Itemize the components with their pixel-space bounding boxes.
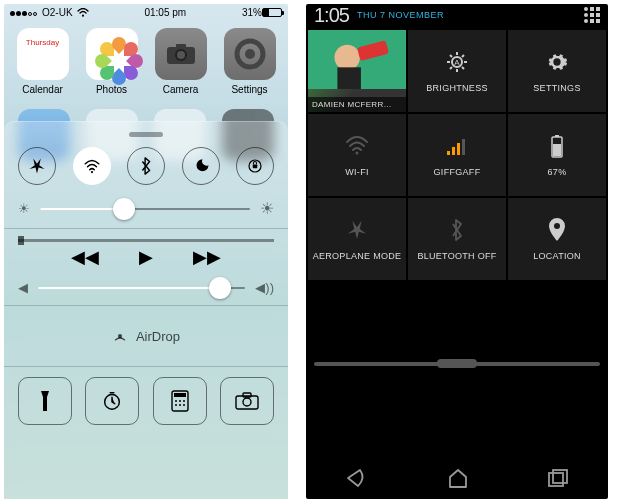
app-settings[interactable]: Settings xyxy=(222,28,278,95)
tile-location[interactable]: LOCATION xyxy=(508,198,606,280)
control-center: ☀︎ ☀︎ ◀◀ ▶ ▶▶ ◀ ◀)) AirDrop xyxy=(4,121,288,499)
airplane-toggle[interactable] xyxy=(18,147,56,185)
android-status-bar: 1:05 THU 7 NOVEMBER xyxy=(306,4,608,26)
bluetooth-toggle[interactable] xyxy=(127,147,165,185)
home-row: Thursday7 Calendar Photos Camera xyxy=(4,20,288,109)
tile-label: BRIGHTNESS xyxy=(426,83,488,93)
svg-rect-25 xyxy=(337,67,361,89)
brightness-high-icon: ☀︎ xyxy=(260,199,274,218)
photos-icon xyxy=(86,28,138,80)
app-photos[interactable]: Photos xyxy=(84,28,140,95)
slider-track[interactable] xyxy=(40,208,250,210)
carrier-label: O2-UK xyxy=(42,7,73,18)
divider xyxy=(4,305,288,306)
tile-label: SETTINGS xyxy=(533,83,580,93)
svg-rect-31 xyxy=(452,147,455,155)
app-label: Photos xyxy=(96,84,127,95)
tile-brightness[interactable]: ABRIGHTNESS xyxy=(408,30,506,112)
brightness-low-icon: ☀︎ xyxy=(18,201,30,216)
tile-label: LOCATION xyxy=(533,251,581,261)
flashlight-button[interactable] xyxy=(18,377,72,425)
wifi-status-icon xyxy=(77,8,89,17)
svg-point-17 xyxy=(175,404,177,406)
app-label: Calendar xyxy=(22,84,63,95)
svg-point-24 xyxy=(334,45,359,70)
svg-point-15 xyxy=(179,400,181,402)
ios-screenshot: O2-UK 01:05 pm 31% Thursday7 Calendar xyxy=(4,4,288,499)
svg-point-16 xyxy=(183,400,185,402)
svg-rect-32 xyxy=(457,143,460,155)
slider-track[interactable] xyxy=(38,287,245,289)
svg-point-18 xyxy=(179,404,181,406)
quick-settings-grid: DAMIEN MCFERR… ABRIGHTNESS SETTINGS WI-F… xyxy=(306,26,608,282)
svg-rect-21 xyxy=(243,393,251,397)
calendar-daynum: 7 xyxy=(36,47,49,71)
svg-rect-13 xyxy=(174,393,186,397)
tile-settings[interactable]: SETTINGS xyxy=(508,30,606,112)
divider xyxy=(4,366,288,367)
forward-button[interactable]: ▶▶ xyxy=(193,246,221,268)
tile-label: DAMIEN MCFERR… xyxy=(308,97,406,112)
back-button[interactable] xyxy=(346,468,368,488)
panel-drag-handle[interactable] xyxy=(314,362,600,366)
svg-point-29 xyxy=(356,152,359,155)
quick-settings-toggle-icon[interactable] xyxy=(584,7,600,23)
tile-battery[interactable]: 67% xyxy=(508,114,606,196)
app-label: Camera xyxy=(163,84,199,95)
clock-label: 1:05 xyxy=(314,4,349,27)
utility-row xyxy=(18,377,274,425)
volume-slider[interactable]: ◀ ◀)) xyxy=(18,280,274,295)
svg-point-4 xyxy=(177,51,185,59)
settings-icon xyxy=(224,28,276,80)
tile-airplane[interactable]: AEROPLANE MODE xyxy=(308,198,406,280)
svg-point-22 xyxy=(243,398,251,406)
svg-rect-38 xyxy=(553,470,567,483)
svg-rect-35 xyxy=(555,135,559,137)
app-camera[interactable]: Camera xyxy=(153,28,209,95)
date-label: THU 7 NOVEMBER xyxy=(357,10,444,20)
tile-wifi[interactable]: WI-FI xyxy=(308,114,406,196)
tile-bluetooth[interactable]: BLUETOOTH OFF xyxy=(408,198,506,280)
camera-button[interactable] xyxy=(220,377,274,425)
rotation-lock-toggle[interactable] xyxy=(236,147,274,185)
location-icon xyxy=(548,217,566,243)
camera-icon xyxy=(155,28,207,80)
home-button[interactable] xyxy=(447,468,469,488)
grabber-handle[interactable] xyxy=(129,132,163,137)
dnd-toggle[interactable] xyxy=(182,147,220,185)
airdrop-label: AirDrop xyxy=(136,329,180,344)
svg-rect-36 xyxy=(553,144,561,156)
ios-status-bar: O2-UK 01:05 pm 31% xyxy=(4,4,288,20)
timer-button[interactable] xyxy=(85,377,139,425)
tile-signal[interactable]: GIFFGAFF xyxy=(408,114,506,196)
tile-label: BLUETOOTH OFF xyxy=(417,251,496,261)
svg-point-6 xyxy=(245,49,255,59)
battery-icon xyxy=(550,133,564,159)
clock-label: 01:05 pm xyxy=(89,7,242,18)
media-controls: ◀◀ ▶ ▶▶ xyxy=(18,246,274,268)
signal-icon xyxy=(446,133,468,159)
toggle-row xyxy=(18,147,274,185)
svg-rect-2 xyxy=(176,44,186,49)
svg-rect-9 xyxy=(253,165,258,169)
wifi-toggle[interactable] xyxy=(73,147,111,185)
tile-label: GIFFGAFF xyxy=(434,167,481,177)
play-button[interactable]: ▶ xyxy=(139,246,153,268)
recents-button[interactable] xyxy=(548,469,568,487)
tile-label: 67% xyxy=(548,167,567,177)
tile-label: AEROPLANE MODE xyxy=(313,251,402,261)
calculator-button[interactable] xyxy=(153,377,207,425)
volume-low-icon: ◀ xyxy=(18,280,28,295)
airdrop-button[interactable]: AirDrop xyxy=(18,316,274,356)
scrub-bar[interactable] xyxy=(18,239,274,242)
app-calendar[interactable]: Thursday7 Calendar xyxy=(15,28,71,95)
svg-point-0 xyxy=(82,14,84,16)
svg-rect-30 xyxy=(447,151,450,155)
airdrop-icon xyxy=(112,328,128,344)
svg-point-14 xyxy=(175,400,177,402)
brightness-slider[interactable]: ☀︎ ☀︎ xyxy=(18,199,274,218)
tile-user[interactable]: DAMIEN MCFERR… xyxy=(308,30,406,112)
svg-point-19 xyxy=(183,404,185,406)
svg-text:A: A xyxy=(454,58,460,67)
rewind-button[interactable]: ◀◀ xyxy=(71,246,99,268)
